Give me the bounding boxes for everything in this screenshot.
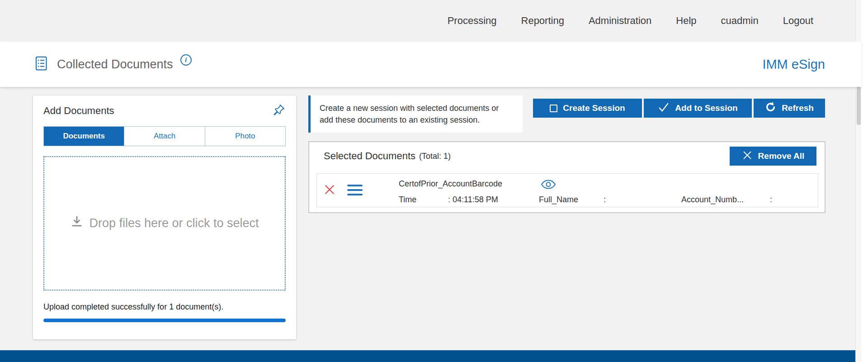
add-to-session-button[interactable]: Add to Session [644, 99, 752, 118]
selected-documents-panel: Selected Documents (Total: 1) Remove All [308, 141, 826, 213]
remove-all-x-icon [742, 150, 753, 163]
tab-documents[interactable]: Documents [44, 127, 124, 146]
add-documents-title: Add Documents [43, 105, 114, 117]
create-session-label: Create Session [563, 103, 625, 113]
refresh-label: Refresh [782, 103, 814, 113]
account-number-value: : [770, 195, 772, 205]
brand-logo: IMM eSign [762, 57, 825, 72]
add-documents-tabs: Documents Attach Photo [43, 126, 286, 146]
selected-documents-header: Selected Documents (Total: 1) Remove All [309, 142, 825, 166]
top-nav: Processing Reporting Administration Help… [0, 0, 861, 42]
full-name-value: : [604, 195, 606, 205]
session-actions: Create Session Add to Session Refresh [533, 99, 825, 118]
dropzone-label: Drop files here or click to select [89, 216, 259, 230]
nav-user-cuadmin[interactable]: cuadmin [721, 15, 759, 27]
drag-handle-icon[interactable] [347, 185, 363, 195]
create-session-icon [550, 105, 557, 112]
create-session-button[interactable]: Create Session [533, 99, 642, 118]
tab-attach[interactable]: Attach [124, 127, 205, 146]
page-title: Collected Documents [57, 57, 173, 71]
nav-administration[interactable]: Administration [589, 15, 651, 27]
full-name-label: Full_Name [539, 195, 578, 205]
page: Processing Reporting Administration Help… [0, 0, 868, 362]
upload-progress-fill [43, 319, 286, 322]
add-documents-header: Add Documents [43, 95, 286, 126]
preview-eye-icon[interactable] [541, 179, 556, 192]
header-left: Collected Documents i [33, 55, 192, 73]
selected-documents-title: Selected Documents [324, 150, 415, 162]
content-area: Add Documents Documents Attach Photo [0, 87, 861, 350]
upload-progress-bar [43, 319, 286, 322]
footer-bar [0, 350, 861, 362]
checkmark-icon [658, 101, 670, 115]
nav-processing[interactable]: Processing [448, 15, 497, 27]
file-dropzone[interactable]: Drop files here or click to select [43, 156, 286, 291]
remove-all-label: Remove All [758, 151, 805, 161]
time-value: : 04:11:58 PM [448, 195, 498, 205]
info-icon[interactable]: i [180, 54, 192, 66]
pin-icon[interactable] [272, 103, 286, 119]
upload-status-text: Upload completed successfully for 1 docu… [43, 302, 286, 312]
download-icon [70, 215, 84, 232]
nav-help[interactable]: Help [676, 15, 696, 27]
nav-logout[interactable]: Logout [783, 15, 813, 27]
document-name: CertofPrior_AccountBarcode [399, 179, 502, 189]
session-note: Create a new session with selected docum… [308, 95, 523, 133]
remove-all-button[interactable]: Remove All [730, 147, 816, 166]
tab-photo[interactable]: Photo [205, 127, 285, 146]
refresh-button[interactable]: Refresh [754, 99, 825, 118]
collected-documents-icon [33, 55, 50, 73]
refresh-icon [765, 101, 776, 115]
selected-documents-total: (Total: 1) [419, 152, 451, 161]
document-row: CertofPrior_AccountBarcode Time : 04:11:… [316, 173, 818, 207]
remove-document-icon[interactable] [323, 183, 336, 198]
account-number-label: Account_Numb... [681, 195, 744, 205]
time-label: Time [399, 195, 416, 205]
add-to-session-label: Add to Session [675, 103, 737, 113]
page-header: Collected Documents i IMM eSign [0, 42, 861, 87]
nav-reporting[interactable]: Reporting [521, 15, 564, 27]
add-documents-card: Add Documents Documents Attach Photo [33, 95, 296, 339]
